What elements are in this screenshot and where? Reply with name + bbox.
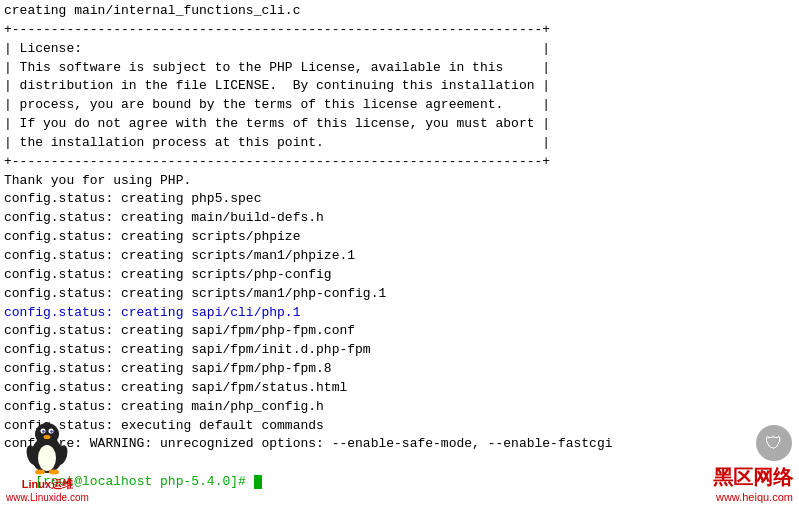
terminal-line: config.status: creating sapi/fpm/php-fpm… [0, 322, 799, 341]
terminal-line: config.status: creating main/php_config.… [0, 398, 799, 417]
terminal-line: configure: WARNING: unrecognized options… [0, 435, 799, 454]
svg-point-5 [43, 430, 45, 432]
svg-point-7 [44, 435, 51, 439]
watermark-right-url: www.heiqu.com [713, 491, 793, 503]
terminal-line: config.status: executing default command… [0, 417, 799, 436]
watermark-right: 🛡 黑区网络 www.heiqu.com [713, 424, 793, 503]
terminal-line: Thank you for using PHP. [0, 172, 799, 191]
terminal-line: +---------------------------------------… [0, 153, 799, 172]
shield-watermark-icon: 🛡 [755, 424, 793, 462]
watermark-right-logo: 黑区网络 [713, 464, 793, 491]
terminal-line: config.status: creating sapi/fpm/php-fpm… [0, 360, 799, 379]
terminal-line: | License: | [0, 40, 799, 59]
terminal-line: +---------------------------------------… [0, 21, 799, 40]
terminal-line: | distribution in the file LICENSE. By c… [0, 77, 799, 96]
terminal-line: config.status: creating php5.spec [0, 190, 799, 209]
svg-point-1 [38, 445, 56, 471]
svg-point-9 [49, 470, 59, 475]
terminal-line: config.status: creating scripts/man1/php… [0, 285, 799, 304]
watermark-left-text: Linux运维 [22, 477, 73, 492]
terminal-line: config.status: creating scripts/phpize [0, 228, 799, 247]
prompt-line[interactable]: [root@localhost php-5.4.0]# [0, 454, 799, 511]
terminal-line: creating main/internal_functions_cli.c [0, 2, 799, 21]
terminal-line: | This software is subject to the PHP Li… [0, 59, 799, 78]
tux-icon [23, 420, 71, 475]
svg-point-6 [51, 430, 53, 432]
terminal-line: | the installation process at this point… [0, 134, 799, 153]
terminal-line: | If you do not agree with the terms of … [0, 115, 799, 134]
terminal-window: creating main/internal_functions_cli.c +… [0, 0, 799, 511]
terminal-line: config.status: creating scripts/php-conf… [0, 266, 799, 285]
terminal-line: config.status: creating sapi/cli/php.1 [0, 304, 799, 323]
terminal-line: | process, you are bound by the terms of… [0, 96, 799, 115]
svg-text:🛡: 🛡 [765, 433, 783, 453]
watermark-left: Linux运维 www.Linuxide.com [6, 420, 89, 503]
svg-point-2 [35, 423, 59, 445]
terminal-line: config.status: creating sapi/fpm/init.d.… [0, 341, 799, 360]
terminal-line: config.status: creating sapi/fpm/status.… [0, 379, 799, 398]
svg-point-8 [35, 470, 45, 475]
terminal-line: config.status: creating main/build-defs.… [0, 209, 799, 228]
watermark-left-url: www.Linuxide.com [6, 492, 89, 503]
cursor [254, 475, 262, 489]
terminal-line: config.status: creating scripts/man1/php… [0, 247, 799, 266]
